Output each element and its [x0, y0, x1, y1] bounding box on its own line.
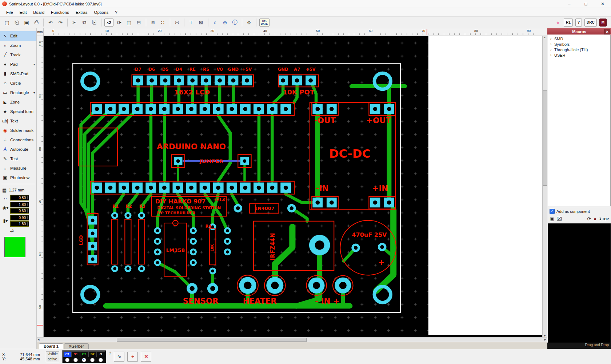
menu-functions[interactable]: Functions [48, 9, 72, 16]
mirror-horizontal-button[interactable]: ◫ [124, 18, 134, 27]
solder-pin-button[interactable]: ⊤ [187, 18, 196, 27]
tab-board-1[interactable]: Board 1 [39, 343, 63, 349]
macro-group-user[interactable]: ›USER [548, 52, 610, 58]
copy-button[interactable]: ⧉ [80, 18, 89, 27]
layer-c2-active-radio[interactable] [82, 358, 86, 362]
layer-o-visible-button[interactable]: O [97, 351, 105, 357]
expand-arrow-icon[interactable]: › [550, 42, 553, 46]
scroll-right-arrow-icon[interactable]: ▶ [544, 338, 546, 341]
dropdown-arrow-icon[interactable]: ▾ [33, 63, 35, 66]
tool-solder-mask[interactable]: ◉Solder mask [0, 126, 36, 135]
macro-group-symbols[interactable]: ›Symbols [548, 41, 610, 47]
layer-s1-active-radio[interactable] [73, 358, 78, 362]
cut-button[interactable]: ✂ [70, 18, 79, 27]
lock-pads-button[interactable]: ⊠ [196, 18, 206, 27]
remove-connection-button[interactable]: ✕ [141, 352, 151, 362]
tab-xgerber[interactable]: XGerber [64, 343, 89, 349]
settings-button[interactable]: ⚙ [244, 18, 254, 27]
pad-height-field[interactable]: 0.60 [10, 208, 29, 214]
menu-options[interactable]: Options [91, 9, 112, 16]
save-macro-icon[interactable]: ▣ [550, 216, 554, 222]
macro-group-through-hole-th[interactable]: ›Through-Hole (TH) [548, 47, 610, 52]
vertical-scroll-thumb[interactable] [543, 90, 547, 186]
swap-values-button[interactable]: ⇄ [0, 227, 36, 234]
scale-x2-button[interactable]: ×2 [104, 19, 113, 27]
close-button[interactable]: ✕ [594, 0, 611, 8]
r1-button[interactable]: R1 [564, 19, 573, 27]
expand-arrow-icon[interactable]: › [550, 48, 553, 52]
scroll-left-arrow-icon[interactable]: ◀ [37, 338, 39, 341]
expand-arrow-icon[interactable]: › [550, 37, 553, 41]
duplicate-button[interactable]: ⧈ [148, 18, 158, 27]
print-button[interactable]: ⎙ [32, 18, 41, 27]
menu-edit[interactable]: Edit [16, 9, 30, 16]
rotate-button[interactable]: ⟳▾ [115, 18, 124, 27]
mirror-vertical-button[interactable]: ⊟ [134, 18, 144, 27]
tool-measure[interactable]: ↔Measure [0, 163, 36, 173]
center-view-button[interactable]: ⊕ [220, 18, 230, 27]
pad-width-field[interactable]: 1.80 [10, 202, 29, 207]
menu-extras[interactable]: Extras [72, 9, 91, 16]
curve-track-button[interactable]: ∿ [114, 352, 124, 362]
redo-button[interactable]: ↷ [56, 18, 65, 27]
tool-zone[interactable]: ◣Zone [0, 97, 36, 107]
menu-file[interactable]: File [3, 9, 16, 16]
tool-track[interactable]: ╱Track [0, 50, 36, 60]
array-copy-button[interactable]: ∷ [158, 18, 168, 27]
layer-s2-active-radio[interactable] [90, 358, 95, 362]
scroll-up-arrow-icon[interactable]: ▲ [544, 36, 546, 39]
layer-o-active-radio[interactable] [99, 358, 103, 362]
footprint-button[interactable]: ∺ [172, 18, 182, 27]
layer-s2-visible-button[interactable]: S2 [88, 351, 97, 357]
tool-special-form[interactable]: ★Special form [0, 107, 36, 116]
macros-button[interactable]: M [599, 19, 607, 27]
paste-button[interactable]: ⎘ [89, 18, 99, 27]
origin-button[interactable]: ⌖ [127, 352, 138, 362]
tool-test[interactable]: ✎Test [0, 154, 36, 163]
undo-button[interactable]: ↶ [46, 18, 55, 27]
macros-close-icon[interactable]: ✕ [604, 29, 610, 35]
tool-photoview[interactable]: ▣Photoview [0, 173, 36, 182]
refresh-icon[interactable]: ⟳ [587, 216, 591, 222]
help-button[interactable]: ? [575, 19, 582, 27]
pcb-canvas[interactable]: D7D6D5D4RERSV0GND+5VGNDA7+5V16X2 LCD10K … [44, 36, 542, 337]
tool-text[interactable]: ab|Text [0, 116, 36, 126]
zoom-button[interactable]: ⌕ [211, 18, 220, 27]
checkbox-checked-icon[interactable]: ✓ [550, 209, 555, 214]
layer-s1-visible-button[interactable]: S1 [72, 351, 80, 357]
layer-c2-visible-button[interactable]: C2 [80, 351, 88, 357]
solder-side-icon[interactable]: ● [554, 19, 562, 25]
layer-c1-visible-button[interactable]: C1 [63, 351, 72, 357]
smd-height-field[interactable]: 1.80 [10, 221, 29, 227]
dropdown-arrow-icon[interactable]: ▾ [120, 21, 121, 24]
dropdown-arrow-icon[interactable]: ▾ [33, 91, 35, 94]
info-button[interactable]: ⓘ [230, 18, 240, 27]
track-width-field[interactable]: 0.80 [10, 195, 29, 201]
layer-c1-active-radio[interactable] [65, 358, 69, 362]
3d-view-icon[interactable]: ● [594, 216, 596, 222]
menu-board[interactable]: Board [30, 9, 48, 16]
scroll-down-arrow-icon[interactable]: ▼ [544, 335, 546, 337]
tool-autoroute[interactable]: AAutoroute [0, 145, 36, 154]
tool-zoom[interactable]: ⌕Zoom [0, 41, 36, 50]
horizontal-scroll-thumb[interactable] [117, 338, 307, 342]
tool-connections[interactable]: ∴Connections [0, 135, 36, 145]
tool-edit[interactable]: ↖Edit [0, 31, 36, 41]
tool-pad[interactable]: ●Pad▾ [0, 60, 36, 69]
add-as-component-option[interactable]: ✓ Add as component [550, 209, 609, 214]
smd-width-field[interactable]: 0.90 [10, 215, 29, 221]
horizontal-scrollbar[interactable]: ◀ ▶ [37, 337, 547, 342]
vertical-scrollbar[interactable]: ▲ ▼ [542, 36, 547, 337]
delete-macro-icon[interactable]: ⌧ [556, 216, 562, 222]
minimize-button[interactable]: – [561, 0, 578, 8]
tool-smd-pad[interactable]: ▮SMD-Pad [0, 69, 36, 78]
macro-group-smd[interactable]: ›SMD [548, 36, 610, 41]
open-button[interactable]: ⎗ [12, 18, 21, 27]
new-button[interactable]: ▢ [2, 18, 12, 27]
drc-button[interactable]: DRC [584, 19, 597, 27]
menu-item[interactable]: ? [112, 9, 120, 16]
expand-arrow-icon[interactable]: › [550, 53, 553, 57]
tool-rectangle[interactable]: ▭Rectangle▾ [0, 88, 36, 97]
tool-circle[interactable]: ○Circle [0, 78, 36, 88]
grid-setting-button[interactable]: ▦1,27 mm [0, 186, 36, 194]
